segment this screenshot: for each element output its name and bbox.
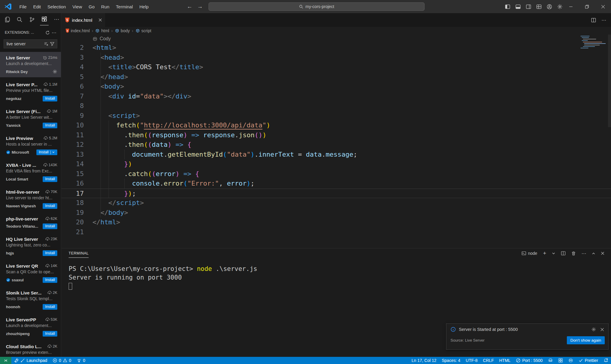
code-line-16[interactable]: 16 console.error("Error:", error); bbox=[61, 179, 611, 189]
terminal-shell-selector[interactable]: node bbox=[521, 251, 537, 256]
terminal-dropdown-icon[interactable] bbox=[552, 252, 555, 255]
split-terminal-icon[interactable] bbox=[561, 251, 566, 256]
search-activity-icon[interactable] bbox=[15, 13, 24, 25]
extension-status[interactable] bbox=[556, 357, 566, 364]
restore-button[interactable] bbox=[579, 0, 595, 13]
code-line-12[interactable]: 12 .then((data) => { bbox=[61, 140, 611, 150]
code-line-6[interactable]: 6 <body> bbox=[61, 82, 611, 92]
code-line-17[interactable]: 17 }); bbox=[61, 189, 611, 198]
menu-terminal[interactable]: Terminal bbox=[113, 3, 136, 11]
eol-status[interactable]: CRLF bbox=[480, 357, 497, 364]
extension-manage-gear-icon[interactable] bbox=[53, 69, 57, 74]
breadcrumb-html[interactable]: html bbox=[95, 28, 109, 33]
filter-icon[interactable] bbox=[49, 41, 55, 47]
views-more-icon[interactable]: ⋯ bbox=[51, 29, 57, 36]
extension-item[interactable]: Slonik Live Ser... 2K Tests Slonik SQL t… bbox=[0, 287, 61, 312]
breadcrumb-body[interactable]: body bbox=[115, 28, 130, 33]
cursor-position-status[interactable]: Ln 17, Col 12 bbox=[409, 357, 439, 364]
terminal-output[interactable]: PS C:\Users\User\my-cors-project> node .… bbox=[61, 258, 611, 290]
copilot-status[interactable] bbox=[545, 357, 556, 364]
tab-index-html[interactable]: 5 index.html bbox=[61, 13, 105, 27]
extension-item[interactable]: HQ Live Server 23K Lightning fast, zero … bbox=[0, 233, 61, 259]
code-line-2[interactable]: 2<html> bbox=[61, 43, 611, 53]
extension-item[interactable]: html-live-server 70K Live server to rend… bbox=[0, 186, 61, 212]
install-button[interactable]: Install| bbox=[36, 149, 57, 155]
forward-arrow-icon[interactable]: → bbox=[197, 3, 203, 10]
breadcrumb-script[interactable]: script bbox=[135, 28, 151, 33]
live-server-port-status[interactable]: Port : 5500 bbox=[513, 357, 545, 364]
refresh-icon[interactable] bbox=[44, 29, 51, 36]
encoding-status[interactable]: UTF-8 bbox=[463, 357, 480, 364]
code-line-3[interactable]: 3 <head> bbox=[61, 53, 611, 63]
code-line-13[interactable]: 13 document.getElementById("data").inner… bbox=[61, 150, 611, 160]
tab-terminal[interactable]: TERMINAL bbox=[69, 251, 89, 258]
install-button[interactable]: Install bbox=[43, 304, 57, 310]
code-line-15[interactable]: 15 .catch((error) => { bbox=[61, 169, 611, 179]
install-button[interactable]: Install bbox=[43, 223, 57, 229]
extension-item[interactable]: Cloud Studio L... 2K Browser preview ext… bbox=[0, 341, 61, 357]
editor-more-actions-icon[interactable]: ⋯ bbox=[601, 17, 606, 23]
editor-scrollbar[interactable] bbox=[608, 35, 611, 127]
code-editor[interactable]: Cody2<html>3 <head>4 <title>CORS Test</t… bbox=[61, 35, 611, 248]
minimap[interactable] bbox=[580, 35, 609, 50]
explorer-icon[interactable] bbox=[3, 13, 11, 25]
notifications-bell[interactable] bbox=[601, 357, 611, 364]
panel-more-icon[interactable]: ⋯ bbox=[581, 251, 586, 256]
problems-status[interactable]: 0 0 bbox=[50, 357, 74, 364]
code-line-5[interactable]: 5 </head> bbox=[61, 72, 611, 82]
extension-item[interactable]: Live Server QR 14K Scan a QR Code to ope… bbox=[0, 260, 61, 286]
extension-item[interactable]: XVBA - Live ... 143K Edit VBA files from… bbox=[0, 159, 61, 185]
extension-item[interactable]: php-live-server 62K Teodoro VIllanu... I… bbox=[0, 213, 61, 232]
extension-search-input[interactable]: live server bbox=[4, 39, 57, 48]
notification-settings-icon[interactable] bbox=[591, 327, 596, 332]
ports-status[interactable]: 0 bbox=[74, 357, 88, 364]
code-line-19[interactable]: 19 </body> bbox=[61, 208, 611, 218]
menu-run[interactable]: Run bbox=[98, 3, 113, 11]
code-line-14[interactable]: 14 }) bbox=[61, 159, 611, 169]
indentation-status[interactable]: Spaces: 4 bbox=[439, 357, 463, 364]
menu-edit[interactable]: Edit bbox=[30, 3, 44, 11]
customize-layout-icon[interactable] bbox=[536, 4, 542, 10]
code-line-8[interactable]: 8 bbox=[61, 101, 611, 111]
code-line-18[interactable]: 18 </script> bbox=[61, 198, 611, 208]
maximize-panel-icon[interactable] bbox=[592, 252, 595, 255]
source-control-icon[interactable] bbox=[28, 13, 36, 25]
clear-search-results-icon[interactable] bbox=[43, 41, 49, 47]
close-panel-icon[interactable] bbox=[601, 252, 604, 255]
toggle-panel-icon[interactable] bbox=[515, 4, 521, 10]
menu-file[interactable]: File bbox=[16, 3, 30, 11]
more-views-icon[interactable]: ⋯ bbox=[53, 13, 61, 25]
install-button[interactable]: Install bbox=[43, 123, 57, 128]
remote-indicator[interactable] bbox=[0, 357, 11, 364]
extensions-icon[interactable] bbox=[40, 13, 48, 25]
extension-item[interactable]: Live Server 21ms Launch a development...… bbox=[0, 52, 61, 77]
extension-item[interactable]: Live Server (Fi... 1M A better Live Serv… bbox=[0, 106, 61, 131]
code-line-11[interactable]: 11 .then((response) => response.json()) bbox=[61, 130, 611, 140]
menu-help[interactable]: Help bbox=[136, 3, 152, 11]
extension-item[interactable]: Live ServerPP 53K Launch a development..… bbox=[0, 314, 61, 339]
install-button[interactable]: Install bbox=[43, 277, 57, 283]
toggle-primary-sidebar-icon[interactable] bbox=[505, 4, 510, 10]
account-icon[interactable] bbox=[547, 4, 552, 10]
back-arrow-icon[interactable]: ← bbox=[187, 3, 192, 10]
command-center-search[interactable]: my-cors-project bbox=[209, 2, 425, 11]
install-button[interactable]: Install bbox=[43, 176, 57, 182]
codelens-label[interactable]: Cody bbox=[100, 35, 111, 43]
tab-close-icon[interactable] bbox=[98, 18, 102, 22]
extension-item[interactable]: Live Server P... 1.1M Preview your HTML … bbox=[0, 79, 61, 104]
notification-close-icon[interactable] bbox=[599, 327, 605, 332]
toggle-secondary-sidebar-icon[interactable] bbox=[526, 4, 531, 10]
code-line-9[interactable]: 9 <script> bbox=[61, 111, 611, 121]
close-window-button[interactable] bbox=[595, 0, 611, 13]
extension-item[interactable]: Live Preview 5.2M Hosts a local server i… bbox=[0, 132, 61, 158]
settings-gear-icon[interactable] bbox=[557, 4, 563, 10]
new-terminal-icon[interactable]: + bbox=[543, 250, 546, 257]
code-line-4[interactable]: 4 <title>CORS Test</title> bbox=[61, 62, 611, 72]
code-line-7[interactable]: 7 <div id="data"></div> bbox=[61, 92, 611, 101]
launchpad-status[interactable]: Launchpad bbox=[11, 357, 50, 364]
split-editor-icon[interactable] bbox=[591, 18, 596, 23]
menu-selection[interactable]: Selection bbox=[44, 3, 69, 11]
prettier-status[interactable]: Prettier bbox=[576, 357, 601, 364]
install-dropdown-icon[interactable]: | bbox=[50, 150, 55, 154]
code-line-20[interactable]: 20</html> bbox=[61, 218, 611, 227]
